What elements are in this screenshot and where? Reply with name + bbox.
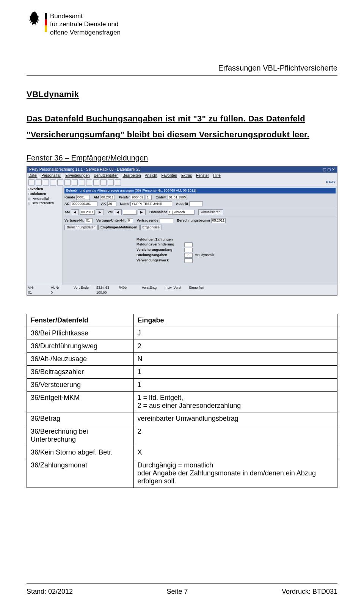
kunde-field[interactable]: 0001: [76, 195, 90, 200]
toolbar-button-icon[interactable]: [115, 179, 121, 186]
federal-eagle-icon: [27, 11, 42, 27]
vertrags-unternr-field[interactable]: 0: [127, 218, 133, 223]
toolbar-button-icon[interactable]: [72, 179, 78, 186]
verwendungszweck-field[interactable]: [184, 258, 193, 263]
vertragsnr-field[interactable]: 01: [85, 218, 93, 223]
status-header-row: VNr VUNr VertrEnde $3.Nr.63 §40b VerstEn…: [27, 285, 337, 290]
table-row: 36/ZahlungsmonatDurchgängig = monatlich …: [27, 459, 337, 488]
nav-group-funktionen[interactable]: Funktionen: [28, 192, 62, 196]
menu-item[interactable]: Erweiterungen: [65, 173, 89, 178]
tab-empfaenger-meldungen[interactable]: Empfänger/Meldungen: [98, 225, 140, 230]
table-row: 36/Alt-/NeuzusageN: [27, 352, 337, 365]
table-row: 36/Betragvereinbarter Umwandlungsbetrag: [27, 412, 337, 425]
meldungen-fields: Meldungen/Zahlungen Meldungsverhinderung…: [136, 238, 336, 263]
toolbar-button-icon[interactable]: [64, 179, 71, 186]
subheading: Fenster 36 – Empfänger/Meldungen: [27, 154, 337, 162]
am-field[interactable]: 08.2011: [100, 195, 115, 200]
meldungsverhinderung-field[interactable]: [184, 242, 193, 247]
body-paragraph: Das Datenfeld Buchungsangaben ist mit "3…: [27, 111, 337, 143]
vm-field[interactable]: [123, 210, 136, 215]
table-row: 36/Durchführungsweg2: [27, 340, 337, 352]
titlebar-text: PPay Personalabrechnung 11.1 - Service P…: [29, 167, 141, 172]
toolbar: P PAY: [27, 179, 337, 186]
menu-item[interactable]: Benutzerdaten: [94, 173, 118, 178]
datensicht-select[interactable]: E | Abrech...: [168, 210, 195, 215]
next-button[interactable]: ▶: [138, 209, 146, 215]
titlebar: PPay Personalabrechnung 11.1 - Service P…: [27, 167, 337, 173]
brand-label: P PAY: [326, 180, 336, 184]
menu-item[interactable]: Fenster: [196, 173, 209, 178]
field-table: Fenster/Datenfeld Eingabe 36/Bei Pflicht…: [27, 314, 337, 488]
section-heading: VBLdynamik: [27, 90, 337, 99]
org-name: Bundesamt für zentrale Dienste und offen…: [50, 11, 121, 36]
nav-group-favoriten[interactable]: Favoriten: [28, 187, 62, 191]
toolbar-button-icon[interactable]: [108, 179, 114, 186]
name-field[interactable]: YUPPI-TEST, JANE: [130, 201, 172, 206]
ag-field[interactable]: 0000000101: [71, 201, 97, 206]
table-row: 36/Berechnung bei Unterbrechung2: [27, 425, 337, 446]
footer-page: Seite 7: [166, 588, 188, 596]
window-caption: Betriebl. und private Altersvorsorge anz…: [64, 188, 336, 193]
doc-title: Erfassungen VBL-Pflichtversicherte: [27, 64, 337, 72]
status-value-row: 01 0 100,00: [27, 290, 337, 295]
table-header-left: Fenster/Datenfeld: [27, 314, 134, 327]
menu-item[interactable]: Favoriten: [161, 173, 177, 178]
menu-item[interactable]: Extras: [181, 173, 192, 178]
ak-field[interactable]: 26: [107, 201, 116, 206]
menu-item[interactable]: Datei: [28, 173, 37, 178]
window-controls-icon: ▢ ▢ ✕: [323, 167, 335, 172]
footer-stand: Stand: 02/2012: [27, 588, 73, 596]
toolbar-button-icon[interactable]: [28, 179, 35, 186]
buchungsangaben-desc: VBLdynamik: [195, 253, 214, 257]
nav-item[interactable]: ⊞ Benutzerdaten: [28, 201, 62, 205]
tab-ergebnisse[interactable]: Ergebnisse: [140, 225, 162, 230]
table-header-right: Eingabe: [133, 314, 337, 327]
tab-bar: Berechnungsdaten Empfänger/Meldungen Erg…: [64, 225, 336, 230]
page-header: Bundesamt für zentrale Dienste und offen…: [27, 11, 337, 36]
nav-item[interactable]: ⊞ Personalfall: [28, 197, 62, 201]
toolbar-button-icon[interactable]: [36, 179, 42, 186]
am-nav-field[interactable]: 08.2011: [80, 210, 95, 215]
prev-button[interactable]: ◀: [114, 209, 122, 215]
menu-item[interactable]: Bearbeiten: [122, 173, 141, 178]
table-row: 36/Beitragszahler1: [27, 365, 337, 378]
toolbar-button-icon[interactable]: [100, 179, 107, 186]
footer-vordruck: Vordruck: BTD031: [282, 588, 337, 596]
buchungsangaben-field[interactable]: 3: [184, 253, 193, 258]
versicherungsumfang-field[interactable]: [184, 248, 193, 252]
austritt-field[interactable]: [189, 201, 203, 206]
header-rule: [27, 76, 337, 76]
app-screenshot: PPay Personalabrechnung 11.1 - Service P…: [27, 166, 337, 296]
prev-button[interactable]: ◀: [71, 209, 79, 215]
menu-item[interactable]: Hilfe: [213, 173, 221, 178]
left-nav: Favoriten Funktionen ⊞ Personalfall ⊞ Be…: [27, 186, 63, 285]
table-row: 36/Versteuerung1: [27, 378, 337, 391]
persnr-suffix-field[interactable]: 1: [146, 195, 152, 200]
toolbar-button-icon[interactable]: [86, 179, 92, 186]
aktualisieren-button[interactable]: Aktualisieren: [198, 209, 223, 215]
table-row: 36/Bei PflichtkasseJ: [27, 327, 337, 340]
persnr-field[interactable]: 908469: [131, 195, 144, 200]
berechnungsbeginn-field[interactable]: 05.2011: [211, 218, 226, 223]
toolbar-button-icon[interactable]: [50, 179, 56, 186]
next-button[interactable]: ▶: [96, 209, 104, 215]
menu-item[interactable]: Personalfall: [41, 173, 61, 178]
toolbar-button-icon[interactable]: [57, 179, 63, 186]
toolbar-button-icon[interactable]: [93, 179, 99, 186]
tab-berechnungsdaten[interactable]: Berechnungsdaten: [64, 225, 98, 230]
org-logo-block: Bundesamt für zentrale Dienste und offen…: [27, 11, 121, 36]
german-flag-icon: [45, 13, 47, 32]
table-row: 36/Entgelt-MKM1 = lfd. Entgelt, 2 = aus …: [27, 391, 337, 412]
toolbar-button-icon[interactable]: [79, 179, 85, 186]
vertragsende-field[interactable]: [160, 218, 173, 223]
menubar: Datei Personalfall Erweiterungen Benutze…: [27, 173, 337, 179]
table-row: 36/Kein Storno abgef. Betr.X: [27, 446, 337, 459]
eintritt-field[interactable]: 01.01.1995: [168, 195, 187, 200]
menu-item[interactable]: Ansicht: [145, 173, 157, 178]
toolbar-button-icon[interactable]: [43, 179, 49, 186]
page-footer: Stand: 02/2012 Seite 7 Vordruck: BTD031: [27, 584, 337, 596]
